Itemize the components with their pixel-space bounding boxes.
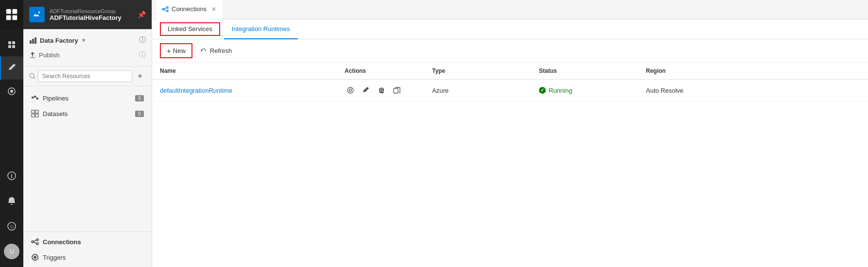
- nav-icon-feedback[interactable]: ☺: [0, 215, 23, 238]
- search-add-button[interactable]: +: [134, 70, 146, 82]
- sidebar-item-connections[interactable]: Connections: [23, 234, 152, 250]
- action-delete-icon[interactable]: [376, 84, 387, 96]
- col-type: Type: [424, 63, 531, 80]
- col-name: Name: [152, 63, 337, 80]
- tab-connections-icon: [162, 6, 169, 13]
- pipelines-count: 0: [135, 95, 144, 101]
- publish-row: Publish ⓘ: [29, 48, 146, 62]
- triggers-text: Triggers: [43, 254, 66, 261]
- factory-info-icon[interactable]: ⓘ: [139, 36, 146, 45]
- svg-rect-1: [12, 9, 17, 14]
- sidebar-item-pipelines[interactable]: Pipelines 0: [23, 90, 152, 106]
- data-factory-text: Data Factory: [40, 37, 78, 44]
- publish-upload-icon: [29, 51, 36, 58]
- connections-panel: Linked Services Integration Runtimes + N…: [152, 19, 868, 267]
- search-input[interactable]: [38, 70, 132, 82]
- user-avatar[interactable]: U: [0, 240, 23, 263]
- pin-icon[interactable]: 📌: [138, 11, 146, 18]
- svg-rect-4: [8, 41, 11, 44]
- nav-icon-edit[interactable]: [0, 56, 23, 80]
- tab-bar: Connections ✕: [152, 0, 868, 19]
- svg-rect-20: [32, 97, 34, 99]
- icon-bar-bottom: i ☺ U: [0, 164, 23, 267]
- svg-rect-17: [35, 37, 36, 44]
- sidebar-factory-section: Data Factory ▼ ⓘ Publish ⓘ: [23, 29, 152, 67]
- pipelines-text: Pipelines: [43, 95, 69, 102]
- search-icon: [29, 73, 36, 80]
- svg-text:☺: ☺: [9, 223, 14, 229]
- factory-title: ADFTutorialResourceGroup ADFTutorialHive…: [50, 8, 122, 21]
- action-clone-icon[interactable]: [391, 84, 403, 96]
- publish-label: Publish: [39, 51, 60, 59]
- sidebar-branding: ADFTutorialResourceGroup ADFTutorialHive…: [29, 7, 122, 22]
- tab-connections-label: Connections: [172, 5, 207, 13]
- sidebar: ADFTutorialResourceGroup ADFTutorialHive…: [23, 0, 152, 267]
- svg-point-29: [32, 241, 34, 243]
- svg-point-9: [10, 90, 13, 93]
- icon-bar: i ☺ U: [0, 0, 23, 267]
- datasets-icon: [31, 110, 39, 117]
- nav-icon-info[interactable]: i: [0, 164, 23, 187]
- action-edit-icon[interactable]: [360, 84, 372, 96]
- action-monitor-icon[interactable]: [345, 84, 356, 96]
- linked-services-label: Linked Services: [168, 25, 212, 33]
- publish-button[interactable]: Publish: [29, 51, 60, 59]
- svg-rect-6: [8, 45, 11, 48]
- datasets-text: Datasets: [43, 110, 68, 117]
- toolbar: + New Refresh: [152, 39, 868, 63]
- nav-icon-bell[interactable]: [0, 189, 23, 213]
- factory-logo: [29, 7, 45, 22]
- svg-point-18: [30, 73, 34, 78]
- runtime-region-cell: Auto Resolve: [638, 80, 868, 101]
- sub-tab-linked-services[interactable]: Linked Services: [160, 22, 220, 36]
- svg-point-14: [38, 12, 40, 14]
- publish-info-icon[interactable]: ⓘ: [139, 50, 146, 59]
- new-label: New: [173, 47, 186, 54]
- svg-point-30: [36, 239, 38, 241]
- svg-rect-3: [12, 15, 17, 20]
- search-row: +: [23, 67, 152, 86]
- sidebar-item-triggers[interactable]: Triggers: [23, 250, 152, 265]
- svg-point-39: [347, 87, 353, 93]
- table-header-row: Name Actions Type Status Region: [152, 63, 868, 80]
- svg-rect-15: [30, 40, 32, 44]
- runtime-name-link[interactable]: defaultIntegrationRuntime: [160, 87, 232, 94]
- data-factory-label-row: Data Factory ▼ ⓘ: [29, 33, 146, 48]
- col-region: Region: [638, 63, 868, 80]
- dropdown-arrow[interactable]: ▼: [81, 37, 87, 43]
- refresh-button[interactable]: Refresh: [196, 45, 236, 57]
- sidebar-nav: Pipelines 0 Datasets 0: [23, 86, 152, 125]
- svg-rect-2: [6, 15, 11, 20]
- refresh-icon: [200, 48, 207, 54]
- tab-close-button[interactable]: ✕: [211, 6, 216, 13]
- svg-line-19: [34, 77, 35, 79]
- col-actions: Actions: [337, 63, 424, 80]
- col-status: Status: [531, 63, 638, 80]
- svg-line-23: [34, 97, 34, 98]
- svg-line-33: [34, 242, 36, 244]
- action-icons-group: [345, 84, 417, 96]
- runtime-name-cell: defaultIntegrationRuntime: [152, 80, 337, 101]
- sidebar-item-datasets[interactable]: Datasets 0: [23, 106, 152, 121]
- nav-icon-author[interactable]: [0, 33, 23, 56]
- svg-line-37: [164, 7, 166, 9]
- new-button[interactable]: + New: [160, 43, 192, 58]
- connections-text: Connections: [43, 238, 81, 246]
- integration-runtimes-label: Integration Runtimes: [232, 25, 290, 33]
- svg-line-38: [164, 9, 166, 11]
- data-table: Name Actions Type Status Region defaultI…: [152, 63, 868, 267]
- nav-icon-monitor[interactable]: [0, 80, 23, 103]
- new-plus-icon: +: [167, 47, 171, 55]
- svg-point-34: [162, 8, 164, 10]
- sub-tab-integration-runtimes[interactable]: Integration Runtimes: [224, 19, 298, 39]
- svg-rect-22: [36, 98, 38, 100]
- svg-rect-27: [32, 114, 35, 117]
- status-running-indicator: Running: [539, 87, 630, 94]
- svg-point-40: [349, 89, 352, 92]
- svg-point-35: [167, 6, 169, 8]
- sidebar-bottom-nav: Connections Triggers: [23, 232, 152, 267]
- runtimes-table: Name Actions Type Status Region defaultI…: [152, 63, 868, 101]
- status-text: Running: [549, 87, 572, 94]
- tab-connections[interactable]: Connections ✕: [156, 0, 222, 19]
- svg-rect-16: [32, 39, 34, 44]
